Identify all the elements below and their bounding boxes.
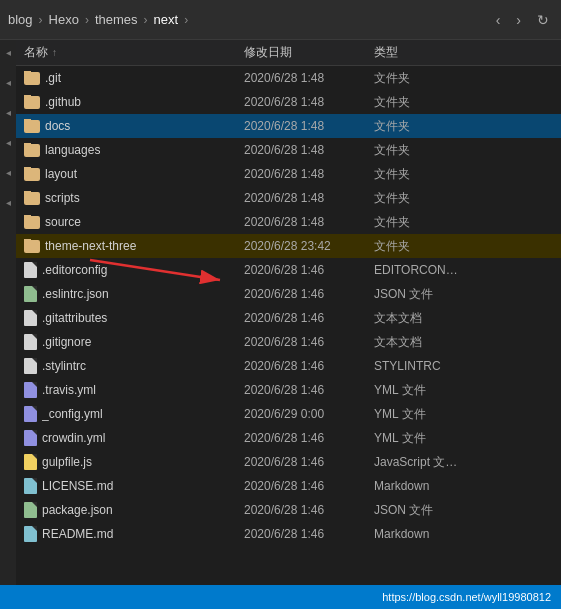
file-icon (24, 430, 37, 446)
pin-icon-2[interactable]: ◂ (2, 76, 14, 88)
file-type-cell: 文件夹 (374, 118, 553, 135)
file-type-cell: Markdown (374, 527, 553, 541)
pin-icon-6[interactable]: ◂ (2, 196, 14, 208)
file-name-cell: theme-next-three (24, 239, 244, 253)
breadcrumb: blog › Hexo › themes › next › (8, 12, 486, 27)
breadcrumb-blog[interactable]: blog (8, 12, 33, 27)
file-icon (24, 334, 37, 350)
file-name-cell: crowdin.yml (24, 430, 244, 446)
table-row[interactable]: layout2020/6/28 1:48文件夹 (16, 162, 561, 186)
folder-icon (24, 240, 40, 253)
folder-icon (24, 216, 40, 229)
breadcrumb-sep-3: › (144, 13, 148, 27)
file-name-cell: .gitignore (24, 334, 244, 350)
file-name-cell: _config.yml (24, 406, 244, 422)
table-row[interactable]: docs2020/6/28 1:48文件夹 (16, 114, 561, 138)
file-name-text: theme-next-three (45, 239, 136, 253)
breadcrumb-sep-1: › (39, 13, 43, 27)
file-date-cell: 2020/6/28 1:46 (244, 311, 374, 325)
file-name-text: .eslintrc.json (42, 287, 109, 301)
breadcrumb-next[interactable]: next (154, 12, 179, 27)
table-row[interactable]: languages2020/6/28 1:48文件夹 (16, 138, 561, 162)
table-row[interactable]: LICENSE.md2020/6/28 1:46Markdown (16, 474, 561, 498)
column-headers: 名称 ↑ 修改日期 类型 (16, 40, 561, 66)
file-type-cell: 文件夹 (374, 70, 553, 87)
folder-icon (24, 144, 40, 157)
file-name-text: README.md (42, 527, 113, 541)
file-name-cell: .github (24, 95, 244, 109)
table-row[interactable]: .stylintrc2020/6/28 1:46STYLINTRC (16, 354, 561, 378)
file-type-cell: 文件夹 (374, 214, 553, 231)
file-type-cell: Markdown (374, 479, 553, 493)
file-date-cell: 2020/6/28 1:48 (244, 119, 374, 133)
table-row[interactable]: .eslintrc.json2020/6/28 1:46JSON 文件 (16, 282, 561, 306)
table-row[interactable]: .gitattributes2020/6/28 1:46文本文档 (16, 306, 561, 330)
status-url: https://blog.csdn.net/wyll19980812 (382, 591, 551, 603)
table-row[interactable]: README.md2020/6/28 1:46Markdown (16, 522, 561, 546)
nav-back-button[interactable]: ‹ (492, 10, 505, 30)
breadcrumb-themes[interactable]: themes (95, 12, 138, 27)
file-type-cell: JavaScript 文… (374, 454, 553, 471)
table-row[interactable]: theme-next-three2020/6/28 23:42文件夹 (16, 234, 561, 258)
file-date-cell: 2020/6/28 1:46 (244, 527, 374, 541)
refresh-button[interactable]: ↻ (533, 10, 553, 30)
col-header-name[interactable]: 名称 ↑ (24, 44, 244, 61)
file-date-cell: 2020/6/28 1:48 (244, 215, 374, 229)
table-row[interactable]: .gitignore2020/6/28 1:46文本文档 (16, 330, 561, 354)
file-type-cell: JSON 文件 (374, 502, 553, 519)
file-name-text: _config.yml (42, 407, 103, 421)
table-row[interactable]: .github2020/6/28 1:48文件夹 (16, 90, 561, 114)
file-name-text: .gitignore (42, 335, 91, 349)
file-date-cell: 2020/6/28 1:46 (244, 383, 374, 397)
file-date-cell: 2020/6/28 1:46 (244, 455, 374, 469)
file-name-text: source (45, 215, 81, 229)
file-name-text: .git (45, 71, 61, 85)
pin-icon-3[interactable]: ◂ (2, 106, 14, 118)
file-date-cell: 2020/6/28 1:46 (244, 335, 374, 349)
file-name-cell: .stylintrc (24, 358, 244, 374)
table-row[interactable]: .editorconfig2020/6/28 1:46EDITORCON… (16, 258, 561, 282)
top-bar-actions: ‹ › ↻ (492, 10, 553, 30)
breadcrumb-sep-4: › (184, 13, 188, 27)
file-type-cell: 文本文档 (374, 334, 553, 351)
file-name-text: crowdin.yml (42, 431, 105, 445)
nav-forward-button[interactable]: › (512, 10, 525, 30)
file-icon (24, 358, 37, 374)
col-header-type[interactable]: 类型 (374, 44, 553, 61)
file-name-cell: layout (24, 167, 244, 181)
col-header-date[interactable]: 修改日期 (244, 44, 374, 61)
file-name-cell: package.json (24, 502, 244, 518)
table-row[interactable]: scripts2020/6/28 1:48文件夹 (16, 186, 561, 210)
file-date-cell: 2020/6/28 1:48 (244, 143, 374, 157)
folder-icon (24, 96, 40, 109)
file-name-cell: gulpfile.js (24, 454, 244, 470)
folder-icon (24, 168, 40, 181)
table-row[interactable]: gulpfile.js2020/6/28 1:46JavaScript 文… (16, 450, 561, 474)
pin-icon-5[interactable]: ◂ (2, 166, 14, 178)
side-strip: ◂ ◂ ◂ ◂ ◂ ◂ (0, 40, 16, 585)
table-row[interactable]: crowdin.yml2020/6/28 1:46YML 文件 (16, 426, 561, 450)
file-icon (24, 526, 37, 542)
file-type-cell: 文件夹 (374, 166, 553, 183)
file-date-cell: 2020/6/28 1:46 (244, 431, 374, 445)
file-list-main: 名称 ↑ 修改日期 类型 .git2020/6/28 1:48文件夹.githu… (16, 40, 561, 585)
table-row[interactable]: .git2020/6/28 1:48文件夹 (16, 66, 561, 90)
file-name-text: languages (45, 143, 100, 157)
file-name-text: scripts (45, 191, 80, 205)
file-type-cell: STYLINTRC (374, 359, 553, 373)
file-icon (24, 262, 37, 278)
file-name-cell: docs (24, 119, 244, 133)
file-name-cell: .gitattributes (24, 310, 244, 326)
table-row[interactable]: _config.yml2020/6/29 0:00YML 文件 (16, 402, 561, 426)
table-row[interactable]: package.json2020/6/28 1:46JSON 文件 (16, 498, 561, 522)
file-icon (24, 310, 37, 326)
file-name-text: layout (45, 167, 77, 181)
pin-icon-1[interactable]: ◂ (2, 46, 14, 58)
file-date-cell: 2020/6/29 0:00 (244, 407, 374, 421)
breadcrumb-hexo[interactable]: Hexo (49, 12, 79, 27)
folder-icon (24, 192, 40, 205)
file-name-cell: source (24, 215, 244, 229)
pin-icon-4[interactable]: ◂ (2, 136, 14, 148)
table-row[interactable]: .travis.yml2020/6/28 1:46YML 文件 (16, 378, 561, 402)
table-row[interactable]: source2020/6/28 1:48文件夹 (16, 210, 561, 234)
